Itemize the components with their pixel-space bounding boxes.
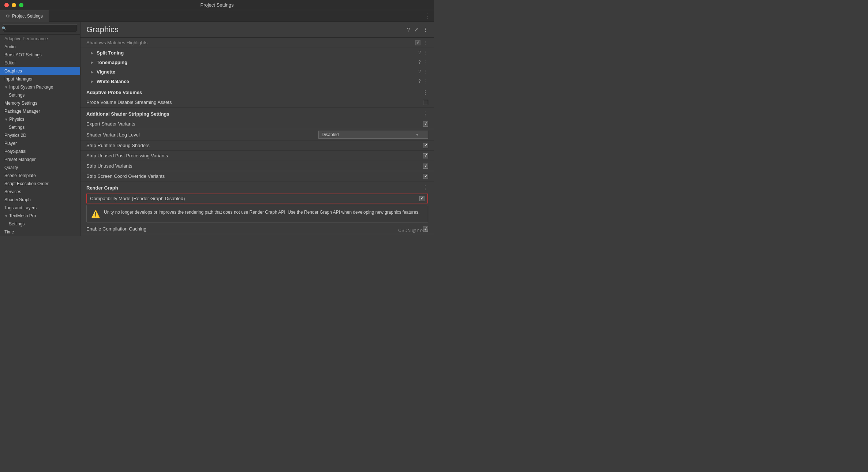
tab-project-settings[interactable]: ⚙ Project Settings xyxy=(0,10,49,22)
minimize-button[interactable] xyxy=(12,3,16,7)
close-button[interactable] xyxy=(4,3,9,7)
page-title: Graphics xyxy=(86,25,119,34)
main-layout: Adaptive Performance Audio Burst AOT Set… xyxy=(0,22,434,236)
vignette-help-icon[interactable]: ? xyxy=(418,69,421,74)
tonemapping-icons: ? ⋮ xyxy=(418,60,428,65)
tabbar: ⚙ Project Settings ⋮ xyxy=(0,10,434,22)
sidebar-item-physics-2d[interactable]: Physics 2D xyxy=(0,131,80,139)
sidebar-item-settings-3[interactable]: Settings xyxy=(0,220,80,228)
vignette-more-icon[interactable]: ⋮ xyxy=(424,69,428,74)
sidebar-item-settings-1[interactable]: Settings xyxy=(0,91,80,99)
strip-screen-coord-checkbox[interactable] xyxy=(423,174,428,179)
white-balance-row[interactable]: ▶ White Balance ? ⋮ xyxy=(81,76,434,86)
sidebar-search-input[interactable] xyxy=(3,24,77,32)
sidebar-item-scene-template[interactable]: Scene Template xyxy=(0,172,80,180)
split-toning-more-icon[interactable]: ⋮ xyxy=(424,50,428,55)
content-scroll[interactable]: Shadows Matches Highlights ⋮ ▶ Split Ton… xyxy=(81,38,434,236)
probe-volume-label: Probe Volume Disable Streaming Assets xyxy=(86,100,423,105)
tonemapping-row[interactable]: ▶ Tonemapping ? ⋮ xyxy=(81,57,434,67)
sidebar-item-audio[interactable]: Audio xyxy=(0,43,80,51)
layout-icon[interactable]: ⤢ xyxy=(414,27,419,33)
sidebar-item-tags-and-layers[interactable]: Tags and Layers xyxy=(0,204,80,212)
strip-screen-coord-row: Strip Screen Coord Override Variants xyxy=(81,171,434,181)
shader-variant-log-level-label: Shader Variant Log Level xyxy=(86,132,318,138)
split-toning-icons: ? ⋮ xyxy=(418,50,428,55)
sidebar-item-settings-2[interactable]: Settings xyxy=(0,123,80,131)
white-balance-arrow: ▶ xyxy=(91,79,94,83)
tabbar-more-button[interactable]: ⋮ xyxy=(424,12,434,20)
window-title: Project Settings xyxy=(200,2,233,8)
sidebar-item-time[interactable]: Time xyxy=(0,228,80,236)
sidebar-item-polyspatial[interactable]: PolySpatial xyxy=(0,147,80,156)
strip-unused-variants-row: Strip Unused Variants xyxy=(81,161,434,171)
sidebar-item-editor[interactable]: Editor xyxy=(0,59,80,67)
render-graph-title: Render Graph xyxy=(86,185,118,191)
export-shader-variants-checkbox[interactable] xyxy=(423,121,428,127)
vignette-row[interactable]: ▶ Vignette ? ⋮ xyxy=(81,67,434,76)
sidebar-item-adaptive-performance[interactable]: Adaptive Performance xyxy=(0,35,80,43)
sidebar-item-input-system-package[interactable]: ▼ Input System Package xyxy=(0,83,80,91)
compatibility-mode-control xyxy=(419,196,424,201)
more-icon[interactable]: ⋮ xyxy=(423,27,428,33)
strip-unused-variants-label: Strip Unused Variants xyxy=(86,163,423,169)
probe-volume-checkbox[interactable] xyxy=(423,100,428,105)
strip-screen-coord-label: Strip Screen Coord Override Variants xyxy=(86,173,423,179)
sidebar-item-memory-settings[interactable]: Memory Settings xyxy=(0,99,80,107)
sidebar-item-shadergraph[interactable]: ShaderGraph xyxy=(0,196,80,204)
arrow-icon-textmesh: ▼ xyxy=(4,214,8,218)
gear-icon: ⚙ xyxy=(6,14,10,19)
tonemapping-arrow: ▶ xyxy=(91,60,94,64)
enable-compilation-caching-row: Enable Compilation Caching xyxy=(81,224,434,234)
sidebar-search-wrapper xyxy=(0,22,80,35)
sidebar-item-burst-aot[interactable]: Burst AOT Settings xyxy=(0,51,80,59)
render-graph-menu[interactable]: ⋮ xyxy=(422,184,428,191)
compatibility-mode-checkbox[interactable] xyxy=(419,196,424,201)
split-toning-row[interactable]: ▶ Split Toning ? ⋮ xyxy=(81,48,434,57)
enable-compilation-caching-label: Enable Compilation Caching xyxy=(86,226,423,232)
shader-variant-log-level-row: Shader Variant Log Level Disabled ▼ xyxy=(81,129,434,141)
shadows-matches-highlights-row: Shadows Matches Highlights ⋮ xyxy=(81,38,434,48)
arrow-icon-physics: ▼ xyxy=(4,117,8,121)
maximize-button[interactable] xyxy=(19,3,23,7)
export-shader-variants-label: Export Shader Variants xyxy=(86,121,423,127)
strip-unused-variants-checkbox[interactable] xyxy=(423,164,428,169)
sidebar-item-input-manager[interactable]: Input Manager xyxy=(0,75,80,83)
shader-variant-log-level-control: Disabled ▼ xyxy=(318,131,428,139)
shadows-more[interactable]: ⋮ xyxy=(423,40,428,45)
sidebar-item-package-manager[interactable]: Package Manager xyxy=(0,107,80,115)
compatibility-mode-highlighted-row: Compatibility Mode (Render Graph Disable… xyxy=(86,194,428,203)
strip-unused-post-checkbox[interactable] xyxy=(423,153,428,158)
sidebar-item-quality[interactable]: Quality xyxy=(0,164,80,172)
tonemapping-help-icon[interactable]: ? xyxy=(418,60,421,65)
export-shader-variants-row: Export Shader Variants xyxy=(81,119,434,129)
sidebar: Adaptive Performance Audio Burst AOT Set… xyxy=(0,22,81,236)
sidebar-item-player[interactable]: Player xyxy=(0,139,80,147)
sidebar-item-services[interactable]: Services xyxy=(0,188,80,196)
shader-stripping-title: Additional Shader Stripping Settings xyxy=(86,111,169,117)
sidebar-item-script-execution-order[interactable]: Script Execution Order xyxy=(0,180,80,188)
adaptive-probe-volumes-title: Adaptive Probe Volumes xyxy=(86,90,142,95)
split-toning-help-icon[interactable]: ? xyxy=(418,50,421,55)
shadows-checkbox[interactable] xyxy=(415,40,420,45)
sidebar-item-graphics[interactable]: Graphics xyxy=(0,67,80,75)
content-area: Graphics ? ⤢ ⋮ Shadows Matches Highlight… xyxy=(81,22,434,236)
strip-runtime-debug-checkbox[interactable] xyxy=(423,143,428,148)
split-toning-arrow: ▶ xyxy=(91,51,94,55)
tonemapping-more-icon[interactable]: ⋮ xyxy=(424,60,428,65)
shader-variant-log-level-dropdown[interactable]: Disabled ▼ xyxy=(318,131,428,139)
help-icon[interactable]: ? xyxy=(407,27,410,33)
titlebar: Project Settings xyxy=(0,0,434,10)
tab-label: Project Settings xyxy=(12,14,43,19)
sidebar-item-physics[interactable]: ▼ Physics xyxy=(0,115,80,123)
strip-screen-coord-control xyxy=(423,174,428,179)
probe-volume-control xyxy=(423,100,428,105)
sidebar-item-preset-manager[interactable]: Preset Manager xyxy=(0,156,80,164)
adaptive-probe-volumes-menu[interactable]: ⋮ xyxy=(422,89,428,96)
strip-runtime-debug-label: Strip Runtime Debug Shaders xyxy=(86,143,423,148)
header-icons: ? ⤢ ⋮ xyxy=(407,27,428,33)
adaptive-probe-volumes-header: Adaptive Probe Volumes ⋮ xyxy=(81,86,434,97)
sidebar-item-textmesh-pro[interactable]: ▼ TextMesh Pro xyxy=(0,212,80,220)
white-balance-help-icon[interactable]: ? xyxy=(418,79,421,84)
white-balance-more-icon[interactable]: ⋮ xyxy=(424,79,428,84)
shader-stripping-menu[interactable]: ⋮ xyxy=(422,110,428,117)
